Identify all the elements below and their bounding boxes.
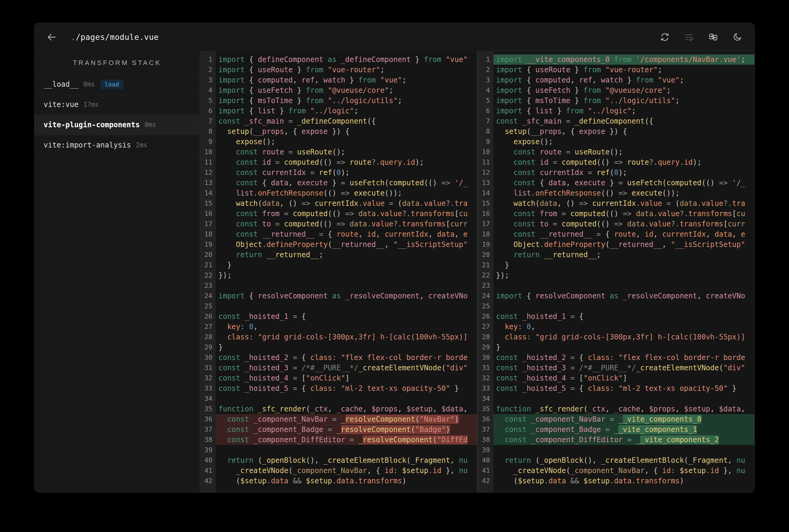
line-number: 41 — [478, 466, 493, 476]
line-number: 9 — [478, 137, 493, 147]
code-line: const from = computed(() => data.value?.… — [493, 209, 755, 219]
line-number: 30 — [200, 353, 216, 363]
code-line: const _component_Badge = _resolveCompone… — [216, 424, 477, 435]
code-line: function _sfc_render(_ctx, _cache, $prop… — [493, 404, 755, 414]
sidebar-item-vite-plugin-components[interactable]: vite-plugin-components0ms — [35, 115, 200, 135]
code-line: return (_openBlock(), _createElementBloc… — [493, 455, 755, 466]
code-line: key: 0, — [216, 322, 477, 332]
code-line — [216, 301, 477, 311]
line-number: 33 — [200, 383, 216, 394]
line-number: 34 — [478, 394, 493, 404]
code-line: const _component_NavBar = _resolveCompon… — [216, 414, 477, 424]
refresh-button[interactable] — [660, 32, 670, 42]
code-line: const id = computed(() => route?.query.i… — [216, 157, 477, 168]
plugin-name: __load__ — [43, 80, 79, 89]
code-line: _createVNode(_component_NavBar, { id: $s… — [216, 466, 477, 476]
line-number: 42 — [478, 476, 493, 486]
code-line: } — [493, 260, 755, 270]
code-line — [216, 394, 477, 404]
line-number: 27 — [478, 322, 493, 332]
line-number: 4 — [200, 85, 216, 96]
line-number: 25 — [200, 301, 216, 311]
line-number: 40 — [478, 455, 493, 466]
code-line: class: "grid grid-cols-[300px,3fr] h-[ca… — [216, 332, 477, 342]
transform-stack-header: TRANSFORM STACK — [35, 51, 200, 74]
line-number: 27 — [200, 322, 216, 332]
line-number: 10 — [200, 147, 216, 157]
line-number: 10 — [478, 147, 493, 157]
code-line: const _component_NavBar = __vite_compone… — [493, 414, 755, 424]
code-line: const route = useRoute(); — [493, 147, 755, 157]
word-wrap-button[interactable] — [684, 32, 694, 42]
line-number: 42 — [200, 476, 216, 486]
code-line: const _hoisted_4 = ["onClick"] — [493, 373, 755, 383]
line-number: 23 — [478, 281, 493, 291]
code-line: import { msToTime } from "../logic/utils… — [216, 96, 477, 106]
line-number: 26 — [200, 311, 216, 322]
code-column: import __vite_components_0 from '/compon… — [493, 51, 755, 492]
code-column: import { defineComponent as _defineCompo… — [216, 51, 477, 492]
dark-mode-moon-button[interactable] — [732, 32, 742, 42]
code-line: const _component_Badge = __vite_componen… — [493, 424, 755, 435]
line-number: 34 — [200, 394, 216, 404]
line-number: 5 — [478, 96, 493, 106]
line-number: 17 — [478, 219, 493, 229]
sidebar-item-vite-vue[interactable]: vite:vue17ms — [35, 95, 200, 115]
code-line — [493, 445, 755, 455]
line-number: 37 — [478, 424, 493, 435]
line-number: 26 — [478, 311, 493, 322]
code-line: const to = computed(() => data.value?.tr… — [493, 219, 755, 229]
code-pane-after[interactable]: 1234567891011121314151617181920212223242… — [477, 51, 755, 492]
arrow-left-icon — [47, 32, 57, 42]
line-number: 3 — [478, 75, 493, 85]
code-line: Object.defineProperty(__returned__, "__i… — [493, 240, 755, 250]
plugin-name: vite:import-analysis — [43, 141, 131, 149]
code-line: } — [493, 342, 755, 353]
code-line: const currentIdx = ref(0); — [216, 168, 477, 178]
code-line: const route = useRoute(); — [216, 147, 477, 157]
line-number: 1 — [200, 54, 216, 65]
code-line: const _hoisted_1 = { — [216, 311, 477, 322]
line-number: 30 — [478, 353, 493, 363]
code-line: watch(data, () => currentIdx.value = (da… — [493, 198, 755, 209]
line-number: 7 — [478, 116, 493, 126]
code-line: import { useFetch } from "@vueuse/core"; — [493, 85, 755, 96]
sidebar-item-load[interactable]: __load__0msload — [35, 74, 200, 95]
line-number: 12 — [200, 168, 216, 178]
line-number: 14 — [200, 188, 216, 198]
transform-stack-sidebar: TRANSFORM STACK __load__0msloadvite:vue1… — [35, 51, 200, 492]
code-line: import { useRoute } from "vue-router"; — [216, 65, 477, 75]
line-number: 29 — [478, 342, 493, 353]
code-line — [216, 445, 477, 455]
app-window: ./pages/module.vue TRANSFORM STACK __loa… — [34, 23, 755, 493]
code-line: import __vite_components_0 from '/compon… — [493, 54, 755, 65]
line-number: 20 — [478, 250, 493, 260]
code-line — [493, 394, 755, 404]
code-line: const id = computed(() => route?.query.i… — [493, 157, 755, 168]
line-number: 38 — [200, 435, 216, 445]
line-number: 5 — [200, 96, 216, 106]
compare-panels-button[interactable] — [708, 32, 718, 42]
line-number: 14 — [478, 188, 493, 198]
sidebar-item-vite-import-analysis[interactable]: vite:import-analysis2ms — [35, 135, 200, 155]
plugin-time: 2ms — [136, 141, 147, 149]
word-wrap-icon — [684, 32, 694, 42]
code-line: import { list } from "../logic"; — [216, 106, 477, 116]
code-line: const _sfc_main = _defineComponent({ — [216, 116, 477, 126]
code-line: const _hoisted_4 = ["onClick"] — [216, 373, 477, 383]
line-number: 23 — [200, 281, 216, 291]
line-number: 1 — [478, 54, 493, 65]
code-line: return __returned__; — [493, 250, 755, 260]
code-line: expose(); — [493, 137, 755, 147]
code-pane-before[interactable]: 1234567891011121314151617181920212223242… — [200, 51, 477, 492]
line-number: 25 — [478, 301, 493, 311]
code-line: return (_openBlock(), _createElementBloc… — [216, 455, 477, 466]
back-button[interactable] — [47, 32, 57, 42]
code-line: const __returned__ = { route, id, curren… — [493, 229, 755, 240]
code-line: const { data, execute } = useFetch(compu… — [493, 178, 755, 188]
line-number: 36 — [200, 414, 216, 424]
line-number: 11 — [478, 157, 493, 168]
topbar-actions — [660, 32, 742, 42]
code-line: const _hoisted_2 = { class: "flex flex-c… — [216, 353, 477, 363]
line-number: 32 — [478, 373, 493, 383]
